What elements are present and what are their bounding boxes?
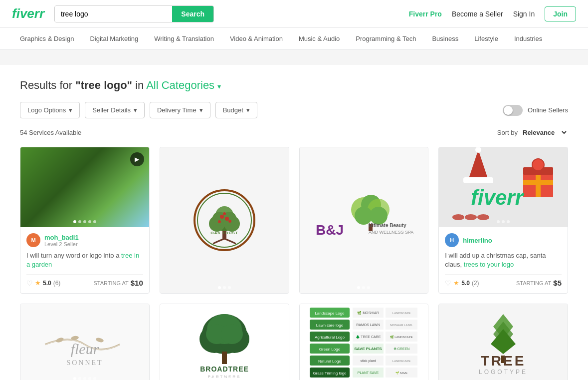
- svg-text:fleur: fleur: [71, 341, 99, 357]
- nav-writing-translation[interactable]: Writing & Translation: [146, 28, 222, 49]
- svg-text:🌱 SAVE: 🌱 SAVE: [395, 371, 407, 375]
- svg-point-31: [532, 159, 544, 171]
- nav-lifestyle[interactable]: Lifestyle: [466, 28, 506, 49]
- delivery-time-filter[interactable]: Delivery Time ▾: [150, 102, 210, 118]
- card-1-price: STARTING AT $10: [93, 279, 143, 287]
- svg-marker-24: [468, 150, 488, 180]
- card-4-user: H himerlino: [445, 233, 562, 247]
- search-button[interactable]: Search: [172, 6, 213, 22]
- nav-digital-marketing[interactable]: Digital Marketing: [82, 28, 146, 49]
- dot-3: [507, 220, 510, 223]
- card-4-username[interactable]: himerlino: [463, 237, 492, 244]
- play-button-icon[interactable]: ▶: [130, 152, 144, 166]
- card-2-dots: [218, 286, 231, 289]
- dot-2: [502, 220, 505, 223]
- nav-business[interactable]: Business: [424, 28, 466, 49]
- all-categories-link[interactable]: All Categories: [146, 79, 214, 91]
- card-1-heart-icon[interactable]: ♡: [26, 279, 33, 287]
- online-sellers-label: Online Sellers: [528, 106, 568, 114]
- card-4-rating-value: 5.0: [461, 280, 470, 287]
- card-1-avatar: M: [26, 233, 40, 247]
- card-8-image: TREE LOGOTYPE: [448, 307, 558, 380]
- card-1-thumb: ▶: [20, 147, 149, 227]
- sort-select[interactable]: Relevance Best Selling Newest: [521, 128, 568, 137]
- seller-details-filter[interactable]: Seller Details ▾: [85, 102, 145, 118]
- card-1-body: M moh_badi1 Level 2 Seller I will turn a…: [20, 227, 149, 293]
- card-1-link[interactable]: tree in a garden: [26, 252, 139, 268]
- dot-1: [497, 220, 500, 223]
- dot-1: [73, 220, 76, 223]
- card-6-image: BROADTREE PARTNERS: [170, 307, 279, 380]
- dot-5: [93, 220, 96, 223]
- card-3-image: B&J Ultimate Beauty AND WELLNESS SPA: [314, 190, 413, 251]
- fiverr-pro-link[interactable]: Fiverr Pro: [409, 10, 442, 18]
- svg-point-11: [218, 220, 221, 223]
- star-icon: ★: [35, 279, 41, 287]
- svg-text:Green Logo: Green Logo: [319, 347, 341, 352]
- card-1-desc: I will turn any word or logo into a tree…: [26, 251, 143, 269]
- card-3[interactable]: B&J Ultimate Beauty AND WELLNESS SPA A a…: [299, 147, 429, 294]
- card-2[interactable]: OAK TRUST N nathan_sweet I will create a…: [160, 147, 289, 294]
- nav-music-audio[interactable]: Music & Audio: [291, 28, 348, 49]
- budget-chevron: ▾: [246, 106, 250, 114]
- dot-3: [83, 220, 86, 223]
- card-4-image: fiverr: [443, 147, 563, 227]
- card-6[interactable]: BROADTREE PARTNERS: [160, 304, 289, 380]
- results-title: Results for "tree logo" in All Categorie…: [20, 79, 568, 92]
- card-7[interactable]: Landscape Logo Lawn care logo Agricultur…: [299, 304, 429, 380]
- become-seller-link[interactable]: Become a Seller: [452, 10, 503, 18]
- thumb-dots: [73, 220, 96, 223]
- svg-point-19: [370, 207, 388, 225]
- search-input[interactable]: [55, 6, 172, 22]
- card-8-thumb: TREE LOGOTYPE: [439, 304, 568, 380]
- card-4-review-count: (2): [472, 280, 479, 287]
- star-icon: ★: [453, 279, 459, 287]
- nav-industries[interactable]: Industries: [506, 28, 550, 49]
- starting-at-label: STARTING AT: [516, 280, 551, 286]
- card-1-username[interactable]: moh_badi1: [44, 234, 79, 241]
- dot-3: [223, 377, 226, 380]
- search-query: "tree logo": [75, 79, 132, 91]
- card-1[interactable]: ▶ M moh_badi1 Level 2 Seller: [20, 147, 150, 294]
- svg-point-9: [220, 215, 224, 219]
- card-3-dots: [357, 286, 370, 289]
- svg-point-10: [225, 217, 229, 221]
- card-5-thumb: fleur SONNET: [20, 304, 149, 380]
- svg-text:☘ GREEN: ☘ GREEN: [393, 347, 410, 351]
- svg-text:LANDSCAPE: LANDSCAPE: [392, 360, 410, 363]
- card-8[interactable]: TREE LOGOTYPE: [438, 304, 568, 380]
- logo-options-filter[interactable]: Logo Options ▾: [20, 102, 80, 118]
- nav-video-animation[interactable]: Video & Animation: [222, 28, 291, 49]
- nav-programming-tech[interactable]: Programming & Tech: [348, 28, 424, 49]
- join-button[interactable]: Join: [545, 6, 576, 21]
- fiverr-logo[interactable]: fiverr: [12, 6, 44, 21]
- results-count: 54 Services Available: [20, 129, 81, 136]
- svg-rect-47: [222, 352, 227, 364]
- svg-text:Grass Triming logo: Grass Triming logo: [313, 371, 347, 376]
- card-2-image: OAK TRUST: [192, 188, 257, 253]
- online-sellers-toggle[interactable]: [503, 105, 523, 116]
- sign-in-link[interactable]: Sign In: [513, 10, 535, 18]
- card-4[interactable]: fiverr H him: [438, 147, 568, 294]
- card-5-dots: [73, 377, 96, 380]
- card-4-link[interactable]: trees to your logo: [464, 261, 514, 268]
- dot-2: [223, 286, 226, 289]
- svg-text:RAMOS LAWN: RAMOS LAWN: [357, 323, 381, 327]
- dot-2: [78, 377, 81, 380]
- card-2-body: N nathan_sweet I will create an eye catc…: [160, 293, 289, 294]
- svg-text:LOGOTYPE: LOGOTYPE: [479, 369, 528, 376]
- svg-text:Lawn care logo: Lawn care logo: [316, 323, 344, 328]
- seller-details-label: Seller Details: [92, 106, 131, 114]
- card-4-heart-icon[interactable]: ♡: [445, 279, 451, 287]
- card-4-desc: I will add up a christmas cap, santa cla…: [445, 251, 562, 269]
- card-4-price-value: $5: [553, 279, 562, 287]
- dot-4: [88, 220, 91, 223]
- card-6-thumb: BROADTREE PARTNERS: [160, 304, 289, 380]
- dot-2: [78, 220, 81, 223]
- cards-grid-row2: fleur SONNET: [20, 304, 568, 380]
- svg-point-36: [55, 337, 64, 344]
- card-5[interactable]: fleur SONNET: [20, 304, 150, 380]
- nav-graphics-design[interactable]: Graphics & Design: [12, 28, 82, 49]
- card-4-footer: ♡ ★ 5.0 (2) STARTING AT $5: [445, 274, 562, 287]
- budget-filter[interactable]: Budget ▾: [215, 102, 257, 118]
